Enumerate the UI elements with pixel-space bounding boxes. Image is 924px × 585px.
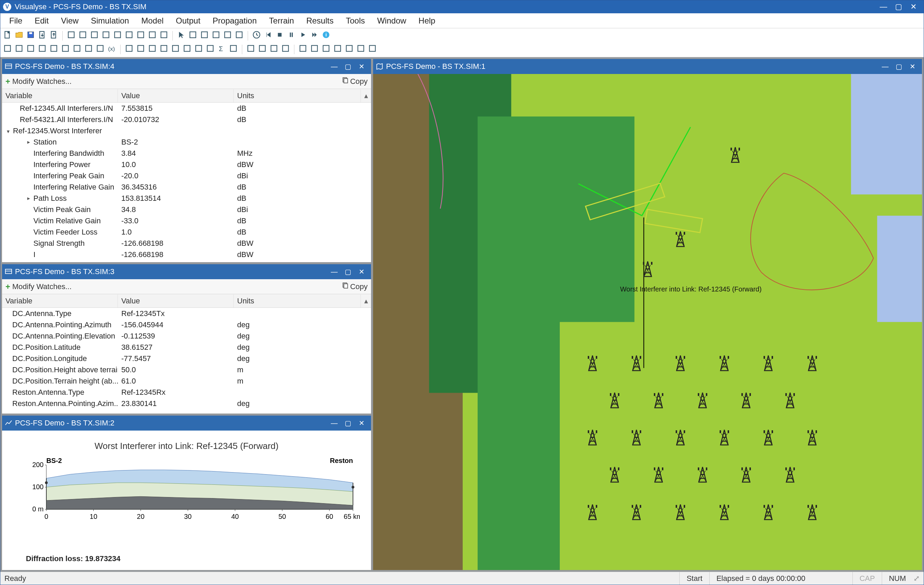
col-variable[interactable]: Variable — [2, 294, 118, 307]
sub-close-button[interactable]: ✕ — [355, 63, 368, 71]
screen-c-button[interactable] — [269, 44, 279, 55]
import-doc-button[interactable] — [37, 31, 47, 41]
menu-edit[interactable]: Edit — [29, 14, 55, 28]
sub-maximize-button[interactable]: ▢ — [341, 268, 355, 276]
table-row[interactable]: Signal Strength-126.668198dBW — [2, 238, 371, 249]
run-a-button[interactable] — [170, 44, 181, 55]
clock-button[interactable] — [251, 31, 262, 41]
table-row[interactable]: Victim Relative Gain-33.0dB — [2, 215, 371, 226]
new-doc-button[interactable] — [2, 31, 13, 41]
node-a-button[interactable] — [84, 44, 94, 55]
tower-icon[interactable] — [587, 429, 598, 446]
tower-icon[interactable] — [642, 261, 653, 278]
window-cascade-button[interactable] — [66, 31, 76, 41]
table-row[interactable]: Interfering Peak Gain-20.0dBi — [2, 170, 371, 181]
window-detach-button[interactable] — [112, 31, 123, 41]
close-button[interactable]: ✕ — [906, 2, 921, 11]
tower-icon[interactable] — [631, 355, 642, 372]
window-tile-v-button[interactable] — [78, 31, 88, 41]
fx-button[interactable]: (x) — [107, 44, 117, 55]
menu-simulation[interactable]: Simulation — [85, 14, 135, 28]
tower-icon[interactable] — [784, 392, 796, 409]
table-row[interactable]: DC.Position.Height above terrain50.0m — [2, 364, 371, 375]
blank-button[interactable] — [228, 44, 239, 55]
run-b-button[interactable] — [182, 44, 192, 55]
export-doc-button[interactable] — [49, 31, 59, 41]
modify-watches-button[interactable]: Modify Watches... — [12, 282, 71, 291]
subwindow-titlebar[interactable]: PCS-FS Demo - BS TX.SIM:1 — ▢ ✕ — [373, 59, 922, 74]
wrench-button[interactable] — [321, 44, 331, 55]
step-back-button[interactable] — [263, 31, 273, 41]
tower-icon[interactable] — [609, 392, 620, 409]
table-row[interactable]: Reston.Antenna.TypeRef-12345Rx — [2, 387, 371, 398]
tower-icon[interactable] — [675, 504, 686, 521]
menu-terrain[interactable]: Terrain — [263, 14, 300, 28]
tower-icon[interactable] — [675, 355, 686, 372]
tower-icon[interactable] — [675, 230, 686, 248]
tower-1-button[interactable] — [124, 44, 134, 55]
scroll-up-icon[interactable]: ▴ — [361, 91, 371, 100]
fast-fwd-button[interactable] — [309, 31, 320, 41]
tower-up-button[interactable] — [135, 44, 146, 55]
window-grid-button[interactable] — [124, 31, 134, 41]
tower-icon[interactable] — [719, 355, 730, 372]
table-row[interactable]: ▸Path Loss153.813514dB — [2, 193, 371, 204]
grid-icon-button[interactable] — [356, 44, 366, 55]
menu-tools[interactable]: Tools — [340, 14, 371, 28]
tower-icon[interactable] — [697, 466, 708, 483]
tower-icon[interactable] — [675, 429, 686, 446]
tower-icon[interactable] — [729, 146, 741, 163]
subwindow-titlebar[interactable]: PCS-FS Demo - BS TX.SIM:3 — ▢ ✕ — [2, 264, 371, 279]
tower-icon[interactable] — [807, 429, 818, 446]
menu-window[interactable]: Window — [371, 14, 412, 28]
expander-icon[interactable]: ▾ — [5, 128, 11, 135]
pause-button[interactable] — [286, 31, 296, 41]
tower-icon[interactable] — [587, 355, 598, 372]
table-row[interactable]: DC.Position.Longitude-77.5457deg — [2, 353, 371, 364]
col-variable[interactable]: Variable — [2, 89, 118, 102]
play-button[interactable] — [298, 31, 308, 41]
cursor-button[interactable] — [176, 31, 186, 41]
tower-icon[interactable] — [762, 504, 774, 521]
node-b-button[interactable] — [95, 44, 105, 55]
antenna-button[interactable] — [2, 44, 13, 55]
sub-minimize-button[interactable]: — — [327, 268, 341, 276]
line-angle-button[interactable] — [49, 44, 59, 55]
subwindow-titlebar[interactable]: PCS-FS Demo - BS TX.SIM:2 — ▢ ✕ — [2, 416, 371, 431]
zoom-area-button[interactable] — [199, 31, 210, 41]
sub-close-button[interactable]: ✕ — [355, 419, 368, 427]
subwindow-titlebar[interactable]: PCS-FS Demo - BS TX.SIM:4 — ▢ ✕ — [2, 59, 371, 74]
arrow-down-button[interactable] — [60, 44, 71, 55]
tower-icon[interactable] — [631, 429, 642, 446]
sub-minimize-button[interactable]: — — [878, 63, 892, 71]
menu-propagation[interactable]: Propagation — [206, 14, 263, 28]
run-d-button[interactable] — [205, 44, 215, 55]
tower-icon[interactable] — [719, 504, 730, 521]
sub-close-button[interactable]: ✕ — [355, 268, 368, 276]
table-row[interactable]: DC.Antenna.TypeRef-12345Tx — [2, 308, 371, 319]
tower-icon[interactable] — [762, 355, 774, 372]
sub-minimize-button[interactable]: — — [327, 63, 341, 71]
col-value[interactable]: Value — [118, 89, 234, 102]
city-a-button[interactable] — [298, 44, 308, 55]
table-row[interactable]: DC.Position.Terrain height (ab...61.0m — [2, 375, 371, 387]
table-row[interactable]: Reston.Antenna.Pointing.Azim...23.830141… — [2, 398, 371, 409]
copy-button[interactable]: Copy — [350, 77, 368, 86]
expander-icon[interactable]: ▸ — [26, 139, 31, 145]
run-c-button[interactable] — [193, 44, 204, 55]
maximize-button[interactable]: ▢ — [891, 2, 906, 11]
list-view-button[interactable] — [159, 31, 169, 41]
col-units[interactable]: Units — [234, 294, 361, 307]
building-button[interactable] — [367, 44, 378, 55]
menu-file[interactable]: File — [3, 14, 29, 28]
table-row[interactable]: I-126.668198dBW — [2, 249, 371, 260]
window-new-button[interactable] — [101, 31, 111, 41]
table-row[interactable]: DC.Antenna.Pointing.Azimuth-156.045944de… — [2, 319, 371, 331]
tower-icon[interactable] — [653, 466, 664, 483]
tower-icon[interactable] — [653, 392, 664, 409]
tower-down-button[interactable] — [147, 44, 157, 55]
refresh-button[interactable] — [37, 44, 47, 55]
col-units[interactable]: Units — [234, 89, 361, 102]
table-row[interactable]: ▾Ref-12345.Worst Interferer — [2, 125, 371, 136]
sub-maximize-button[interactable]: ▢ — [341, 63, 355, 71]
